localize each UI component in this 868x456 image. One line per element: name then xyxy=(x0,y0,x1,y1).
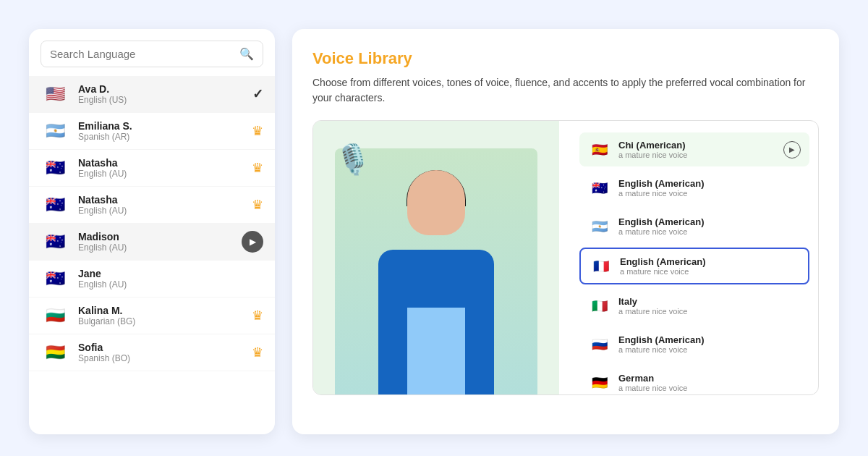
search-icon: 🔍 xyxy=(239,47,254,61)
voice-content: 🎙️ 🇪🇸 Chi (American) a mature nice voic xyxy=(312,120,819,395)
voice-name: Emiliana S. xyxy=(78,120,252,132)
option-description: a mature nice voice xyxy=(618,307,801,316)
voice-language: English (AU) xyxy=(78,242,242,253)
voice-list-item[interactable]: 🇦🇷 Emiliana S. Spanish (AR) ♛ xyxy=(29,113,275,150)
voice-language: Spanish (AR) xyxy=(78,132,252,142)
voice-options-list: 🇪🇸 Chi (American) a mature nice voice ▶ … xyxy=(571,121,818,394)
flag-icon: 🇦🇺 xyxy=(41,158,69,178)
option-description: a mature nice voice xyxy=(620,267,799,276)
voice-list-item[interactable]: 🇦🇺 Natasha English (AU) ♛ xyxy=(29,187,275,224)
option-name: English (American) xyxy=(618,334,801,345)
flag-icon: 🇦🇺 xyxy=(41,195,69,215)
option-name: Chi (American) xyxy=(618,140,776,151)
voice-language: English (AU) xyxy=(78,169,252,179)
voice-list-item[interactable]: 🇧🇴 Sofia Spanish (BO) ♛ xyxy=(29,334,275,371)
option-description: a mature nice voice xyxy=(618,227,801,236)
person-shirt xyxy=(407,308,465,394)
flag-small-icon: 🇦🇷 xyxy=(588,219,611,235)
voice-name: Ava D. xyxy=(78,83,252,95)
flag-icon: 🇧🇴 xyxy=(41,342,69,363)
right-panel: Voice Library Choose from different voic… xyxy=(292,29,839,434)
crown-icon: ♛ xyxy=(252,123,263,139)
flag-small-icon: 🇪🇸 xyxy=(588,142,611,158)
voice-name: Madison xyxy=(78,231,242,242)
crown-icon: ♛ xyxy=(252,197,263,213)
voice-list-item[interactable]: 🇦🇺 Madison English (AU) ▶ xyxy=(29,224,275,261)
person-body xyxy=(378,250,494,394)
play-button[interactable]: ▶ xyxy=(242,231,263,253)
voice-name: Sofia xyxy=(78,342,252,353)
voice-name: Natasha xyxy=(78,194,252,206)
option-name: Italy xyxy=(618,296,801,307)
voice-name: Jane xyxy=(78,268,263,279)
search-box[interactable]: 🔍 xyxy=(41,41,263,67)
option-name: German xyxy=(618,373,801,384)
voice-language: English (AU) xyxy=(78,206,252,216)
voice-list-item[interactable]: 🇦🇺 Natasha English (AU) ♛ xyxy=(29,150,275,187)
voice-language: Bulgarian (BG) xyxy=(78,316,252,326)
voice-language: English (AU) xyxy=(78,279,263,290)
flag-icon: 🇺🇸 xyxy=(41,84,69,104)
option-description: a mature nice voice xyxy=(618,345,801,354)
main-container: 🔍 🇺🇸 Ava D. English (US) ✓ 🇦🇷 Emiliana S… xyxy=(0,0,868,456)
search-input[interactable] xyxy=(50,48,234,60)
play-button[interactable]: ▶ xyxy=(783,141,801,159)
flag-small-icon: 🇦🇺 xyxy=(588,180,611,196)
option-description: a mature nice voice xyxy=(618,189,801,198)
flag-icon: 🇦🇺 xyxy=(41,232,69,252)
option-name: English (American) xyxy=(618,178,801,189)
crown-icon: ♛ xyxy=(252,308,263,324)
check-icon: ✓ xyxy=(252,86,263,102)
avatar-image xyxy=(335,148,537,394)
flag-small-icon: 🇩🇪 xyxy=(588,375,611,391)
person-head xyxy=(407,170,465,235)
voice-option-item[interactable]: 🇪🇸 Chi (American) a mature nice voice ▶ xyxy=(579,132,809,166)
flag-icon: 🇦🇷 xyxy=(41,121,69,141)
voice-list-item[interactable]: 🇦🇺 Jane English (AU) xyxy=(29,261,275,297)
option-description: a mature nice voice xyxy=(618,151,776,159)
person-figure xyxy=(357,163,516,394)
flag-icon: 🇦🇺 xyxy=(41,269,69,289)
flag-small-icon: 🇫🇷 xyxy=(590,258,613,274)
voice-option-item[interactable]: 🇮🇹 Italy a mature nice voice xyxy=(579,289,809,323)
crown-icon: ♛ xyxy=(252,345,263,360)
voice-list: 🇺🇸 Ava D. English (US) ✓ 🇦🇷 Emiliana S. … xyxy=(29,76,275,415)
voice-list-item[interactable]: 🇺🇸 Ava D. English (US) ✓ xyxy=(29,76,275,113)
avatar-section: 🎙️ xyxy=(313,121,559,394)
voice-option-item[interactable]: 🇩🇪 German a mature nice voice xyxy=(579,366,809,394)
left-panel: 🔍 🇺🇸 Ava D. English (US) ✓ 🇦🇷 Emiliana S… xyxy=(29,29,275,434)
panel-description: Choose from different voices, tones of v… xyxy=(312,75,819,106)
voice-list-item[interactable]: 🇧🇬 Kalina M. Bulgarian (BG) ♛ xyxy=(29,297,275,334)
voice-name: Natasha xyxy=(78,157,252,169)
option-description: a mature nice voice xyxy=(618,384,801,392)
voice-option-item[interactable]: 🇦🇷 English (American) a mature nice voic… xyxy=(579,209,809,243)
voice-language: Spanish (BO) xyxy=(78,353,252,363)
option-name: English (American) xyxy=(618,216,801,227)
panel-title: Voice Library xyxy=(312,49,819,68)
flag-small-icon: 🇷🇺 xyxy=(588,337,611,352)
flag-small-icon: 🇮🇹 xyxy=(588,298,611,314)
flag-icon: 🇧🇬 xyxy=(41,305,69,326)
voice-language: English (US) xyxy=(78,95,252,105)
voice-option-item[interactable]: 🇫🇷 English (American) a mature nice voic… xyxy=(579,248,809,284)
voice-option-item[interactable]: 🇦🇺 English (American) a mature nice voic… xyxy=(579,171,809,205)
option-name: English (American) xyxy=(620,256,799,267)
voice-option-item[interactable]: 🇷🇺 English (American) a mature nice voic… xyxy=(579,327,809,361)
voice-name: Kalina M. xyxy=(78,305,252,316)
crown-icon: ♛ xyxy=(252,160,263,176)
